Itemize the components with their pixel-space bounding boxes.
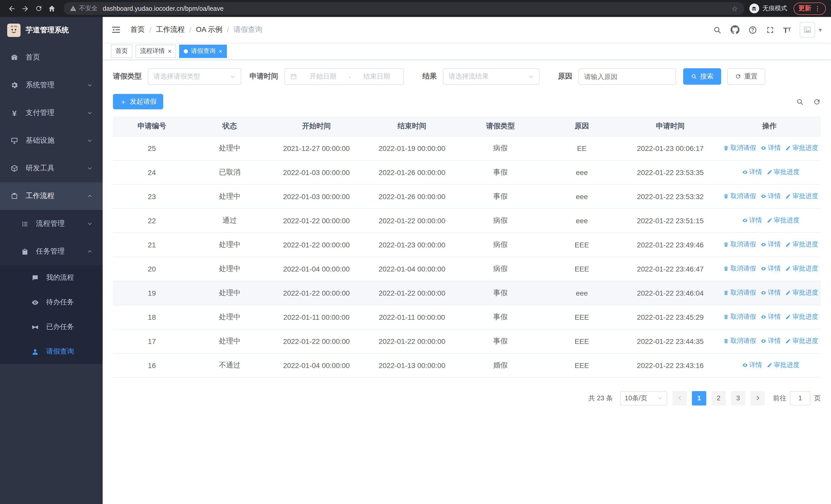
toolbar-refresh-button[interactable] — [813, 98, 821, 106]
sidebar-collapse-button[interactable] — [111, 24, 122, 35]
sidebar-item-payment[interactable]: ¥ 支付管理 — [0, 99, 103, 127]
result-label: 结果 — [423, 72, 437, 81]
progress-action-link[interactable]: 审批进度 — [767, 168, 799, 177]
reset-button[interactable]: 重置 — [727, 68, 765, 85]
sidebar-item-home[interactable]: 首页 — [0, 43, 103, 71]
sidebar-item-task-mgmt[interactable]: 任务管理 — [0, 238, 103, 265]
detail-action-link[interactable]: 详情 — [761, 289, 781, 297]
next-page-button[interactable] — [750, 391, 765, 405]
browser-back-button[interactable] — [5, 2, 19, 15]
address-bar[interactable]: 不安全 dashboard.yudao.iocoder.cn/bpm/oa/le… — [64, 2, 744, 15]
breadcrumb-workflow[interactable]: 工作流程 — [156, 25, 185, 34]
font-size-button[interactable]: TT — [783, 26, 791, 34]
sidebar-item-devtools[interactable]: 研发工具 — [0, 154, 103, 182]
progress-action-link[interactable]: 审批进度 — [785, 144, 818, 152]
reason-input[interactable] — [578, 68, 676, 85]
security-warning[interactable]: 不安全 — [70, 4, 97, 13]
trash-icon — [723, 314, 729, 320]
cancel-action-link[interactable]: 取消请假 — [723, 240, 756, 249]
detail-action-link[interactable]: 详情 — [761, 313, 781, 321]
cancel-action-label: 取消请假 — [730, 337, 756, 346]
cell-apply-time: 2022-01-22 23:49:46 — [623, 233, 718, 257]
toolbar-search-toggle[interactable] — [796, 98, 804, 106]
search-button[interactable]: 搜索 — [683, 68, 721, 85]
tab-leave-query[interactable]: 请假查询 × — [179, 45, 227, 58]
sidebar-item-label: 流程管理 — [36, 219, 65, 228]
detail-action-link[interactable]: 详情 — [761, 240, 781, 249]
detail-action-link[interactable]: 详情 — [761, 192, 781, 201]
prev-page-button[interactable] — [672, 391, 687, 405]
close-icon[interactable]: × — [168, 48, 171, 54]
progress-action-link[interactable]: 审批进度 — [785, 337, 818, 346]
sidebar-item-todo-tasks[interactable]: 待办任务 — [0, 290, 103, 315]
table-row: 20处理中2022-01-04 00:00:002022-01-04 00:00… — [113, 257, 821, 281]
table-row: 25处理中2021-12-27 00:00:002022-01-19 00:00… — [113, 136, 821, 160]
cancel-action-link[interactable]: 取消请假 — [723, 337, 756, 346]
user-menu[interactable]: ▼ — [800, 22, 823, 37]
security-warning-label: 不安全 — [79, 4, 97, 13]
detail-action-link[interactable]: 详情 — [742, 168, 762, 177]
browser-home-button[interactable] — [45, 2, 58, 15]
progress-action-link[interactable]: 审批进度 — [785, 289, 818, 297]
progress-action-link[interactable]: 审批进度 — [767, 361, 799, 369]
sidebar-item-leave-query[interactable]: 请假查询 — [0, 339, 103, 364]
create-leave-button[interactable]: ＋ 发起请假 — [113, 94, 163, 109]
tab-label: 流程详情 — [140, 47, 165, 55]
detail-action-link[interactable]: 详情 — [761, 144, 781, 152]
detail-action-link[interactable]: 详情 — [761, 264, 781, 273]
github-link[interactable] — [730, 25, 740, 34]
browser-update-button[interactable]: 更新 ⋮ — [793, 2, 826, 14]
result-select[interactable]: 请选择流结果 — [443, 68, 540, 85]
sidebar-item-my-process[interactable]: 我的流程 — [0, 265, 103, 290]
bookmark-star-icon[interactable]: ☆ — [732, 4, 738, 12]
cancel-action-link[interactable]: 取消请假 — [723, 313, 756, 321]
browser-forward-button[interactable] — [19, 2, 32, 15]
page-button-3[interactable]: 3 — [731, 391, 745, 405]
progress-action-link[interactable]: 审批进度 — [767, 216, 799, 225]
cell-start-time: 2022-01-03 00:00:00 — [269, 184, 364, 208]
leave-type-select[interactable]: 请选择请假类型 — [148, 68, 241, 85]
sidebar-item-infra[interactable]: 基础设施 — [0, 127, 103, 154]
cell-start-time: 2022-01-04 00:00:00 — [269, 353, 364, 377]
yen-icon: ¥ — [10, 109, 19, 117]
cancel-action-link[interactable]: 取消请假 — [723, 192, 756, 201]
tab-process-detail[interactable]: 流程详情 × — [136, 45, 176, 58]
breadcrumb-home[interactable]: 首页 — [131, 25, 145, 34]
cell-leave-type: 病假 — [460, 208, 541, 233]
cell-start-time: 2022-01-03 00:00:00 — [269, 160, 364, 184]
cancel-action-link[interactable]: 取消请假 — [723, 264, 756, 273]
cancel-action-link[interactable]: 取消请假 — [723, 289, 756, 297]
arrow-right-icon — [21, 4, 29, 12]
progress-action-link[interactable]: 审批进度 — [785, 264, 818, 273]
sidebar-logo[interactable]: 芋道管理系统 — [0, 17, 103, 43]
sidebar-item-system[interactable]: 系统管理 — [0, 71, 103, 99]
browser-refresh-button[interactable] — [32, 2, 45, 15]
sidebar-item-process-mgmt[interactable]: 流程管理 — [0, 210, 103, 238]
cell-apply-time: 2022-01-22 23:43:16 — [623, 353, 718, 377]
cell-start-time: 2022-01-22 00:00:00 — [269, 208, 364, 233]
progress-action-link[interactable]: 审批进度 — [785, 192, 818, 201]
fullscreen-button[interactable] — [766, 25, 775, 34]
page-button-2[interactable]: 2 — [711, 391, 726, 405]
kebab-menu-icon[interactable]: ⋮ — [814, 5, 821, 12]
sidebar-item-workflow[interactable]: 工作流程 — [0, 182, 103, 210]
progress-action-link[interactable]: 审批进度 — [785, 313, 818, 321]
top-navbar: 首页 / 工作流程 / OA 示例 / 请假查询 — [103, 17, 831, 42]
detail-action-link[interactable]: 详情 — [742, 216, 762, 225]
header-search-button[interactable] — [713, 25, 722, 34]
goto-page-input[interactable] — [790, 391, 810, 405]
cancel-action-link[interactable]: 取消请假 — [723, 144, 756, 152]
detail-action-link[interactable]: 详情 — [761, 337, 781, 346]
progress-action-link[interactable]: 审批进度 — [785, 240, 818, 249]
close-icon[interactable]: × — [219, 48, 222, 54]
page-size-select[interactable]: 10条/页 — [620, 391, 667, 405]
sidebar-item-done-tasks[interactable]: 已办任务 — [0, 315, 103, 339]
help-button[interactable] — [748, 25, 757, 34]
sidebar: 芋道管理系统 首页 系统管理 ¥ 支付管理 — [0, 17, 103, 504]
tab-home[interactable]: 首页 — [111, 45, 133, 58]
detail-action-link[interactable]: 详情 — [742, 361, 762, 369]
task-submenu: 我的流程 待办任务 已办任务 — [0, 265, 103, 364]
apply-time-range-picker[interactable]: 开始日期 - 结束日期 — [284, 68, 404, 85]
breadcrumb-oa-demo[interactable]: OA 示例 — [196, 25, 223, 34]
page-button-1[interactable]: 1 — [692, 391, 706, 405]
